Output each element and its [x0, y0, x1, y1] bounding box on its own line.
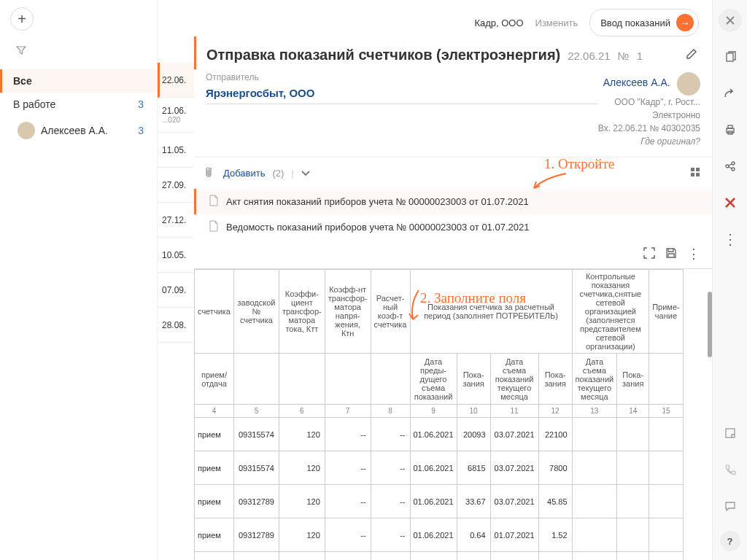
title-num-label: № [618, 50, 630, 62]
note-icon[interactable] [719, 421, 742, 445]
phone-icon[interactable] [719, 458, 742, 481]
input-readings-button[interactable]: Ввод показаний → [589, 9, 699, 36]
attachment-name: Ведомость показаний приборов учета № 000… [226, 222, 529, 233]
scrollbar-thumb[interactable] [708, 292, 712, 357]
svg-rect-6 [728, 125, 732, 128]
table-row[interactable]: прием09315574120----01.06.2021681503.07.… [195, 451, 684, 485]
title-date: 22.06.21 [568, 50, 610, 62]
table-row[interactable]: прием09312789120----01.06.202133.6703.07… [195, 485, 684, 518]
edit-icon[interactable] [686, 47, 699, 62]
author-org: ООО "Кадр", г. Рост... [598, 96, 700, 109]
share-icon[interactable] [719, 155, 742, 178]
org-name: Кадр, ООО [474, 18, 523, 28]
chevron-down-icon[interactable] [301, 168, 310, 179]
svg-rect-1 [696, 168, 700, 171]
timeline-date[interactable]: 10.05. [158, 238, 194, 273]
close-icon[interactable] [719, 9, 742, 32]
left-sidebar: + ВсеВ работе3Алексеев А.А.3 [0, 0, 158, 560]
change-link[interactable]: Изменить [535, 18, 578, 28]
sender-name[interactable]: Ярэнергосбыт, ООО [206, 87, 598, 104]
title-num: 1 [637, 50, 643, 62]
delete-icon[interactable] [719, 191, 742, 214]
nav-item[interactable]: Алексеев А.А.3 [0, 116, 157, 145]
chat-icon[interactable] [719, 494, 742, 518]
svg-rect-11 [726, 429, 735, 438]
svg-point-8 [726, 165, 729, 168]
attachment-name: Акт снятия показаний приборов учета № 00… [226, 196, 529, 207]
timeline-date[interactable]: 07.09. [158, 273, 194, 308]
timeline-date[interactable]: 21.06....020 [158, 98, 194, 133]
timeline-date[interactable]: 27.12. [158, 203, 194, 238]
nav-item[interactable]: В работе3 [0, 93, 157, 116]
delivery-method: Электронно [598, 109, 700, 122]
svg-point-9 [732, 162, 735, 165]
clip-icon [206, 166, 216, 180]
add-attachment[interactable]: Добавить [223, 168, 265, 179]
more-vertical-icon[interactable]: ⋮ [719, 228, 742, 251]
nav-item[interactable]: Все [0, 69, 157, 93]
forward-icon[interactable] [719, 82, 742, 105]
help-icon[interactable]: ? [720, 531, 740, 551]
fullscreen-icon[interactable] [643, 247, 655, 261]
sender-label: Отправитель [206, 72, 598, 82]
divider: | [291, 168, 293, 179]
inbox-info: Вх. 22.06.21 № 40302035 [598, 122, 700, 135]
svg-rect-2 [691, 173, 694, 176]
grid-view-icon[interactable] [690, 167, 700, 179]
print-icon[interactable] [719, 118, 742, 141]
attachment-item[interactable]: Ведомость показаний приборов учета № 000… [194, 214, 712, 240]
svg-point-10 [732, 168, 735, 171]
add-button[interactable]: + [10, 7, 34, 31]
right-toolbar: ⋮ ? [712, 0, 747, 560]
table-viewer[interactable]: счетчиказаводской № счетчикаКоэффи-циент… [194, 268, 712, 560]
main-content: Кадр, ООО Изменить Ввод показаний → Отпр… [194, 0, 712, 560]
avatar[interactable] [677, 72, 700, 96]
timeline-date[interactable]: 22.06. [158, 63, 194, 98]
attachment-count: (2) [272, 168, 284, 179]
timeline-dates: 22.06.21.06....02011.05.27.09.27.12.10.0… [158, 0, 194, 560]
file-icon [209, 195, 219, 209]
save-icon[interactable] [665, 247, 677, 261]
attachment-item[interactable]: Акт снятия показаний приборов учета № 00… [194, 189, 712, 214]
author-name[interactable]: Алексеев А.А. [603, 77, 670, 88]
svg-rect-0 [691, 168, 694, 171]
copy-icon[interactable] [719, 45, 742, 69]
arrow-icon: → [676, 14, 694, 31]
file-icon [209, 220, 219, 234]
table-row[interactable]: отдача10556988------01.06.2021492401.07.… [195, 552, 684, 561]
timeline-date[interactable]: 27.09. [158, 168, 194, 203]
table-row[interactable]: прием09315574120----01.06.20212009303.07… [195, 418, 684, 451]
input-readings-label: Ввод показаний [600, 18, 670, 28]
more-icon[interactable]: ⋮ [687, 251, 700, 257]
table-row[interactable]: прием09312789120----01.06.20210.6401.07.… [195, 518, 684, 552]
filter-icon[interactable] [16, 45, 157, 58]
svg-rect-3 [696, 173, 700, 176]
timeline-date[interactable]: 28.08. [158, 308, 194, 343]
original-link[interactable]: Где оригинал? [598, 135, 700, 148]
timeline-date[interactable]: 11.05. [158, 133, 194, 168]
page-title: Отправка показаний счетчиков (электроэне… [206, 47, 560, 63]
svg-rect-4 [727, 53, 733, 61]
